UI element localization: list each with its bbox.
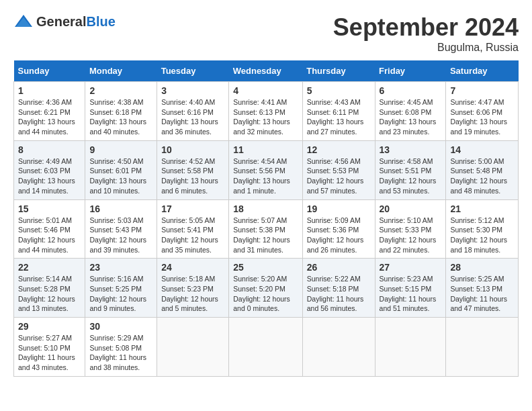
calendar-week-4: 22Sunrise: 5:14 AM Sunset: 5:28 PM Dayli… <box>14 259 519 318</box>
calendar-day: 12Sunrise: 4:56 AM Sunset: 5:53 PM Dayli… <box>302 140 375 199</box>
location-title: Bugulma, Russia <box>333 42 519 54</box>
day-info: Sunrise: 5:09 AM Sunset: 5:36 PM Dayligh… <box>307 216 371 255</box>
day-info: Sunrise: 4:36 AM Sunset: 6:21 PM Dayligh… <box>18 97 81 137</box>
day-info: Sunrise: 4:41 AM Sunset: 6:13 PM Dayligh… <box>233 97 298 137</box>
calendar-day: 21Sunrise: 5:12 AM Sunset: 5:30 PM Dayli… <box>446 199 519 259</box>
day-number: 20 <box>380 203 442 214</box>
day-info: Sunrise: 4:40 AM Sunset: 6:16 PM Dayligh… <box>161 97 224 137</box>
day-number: 12 <box>307 144 371 155</box>
calendar-week-5: 29Sunrise: 5:27 AM Sunset: 5:10 PM Dayli… <box>14 318 519 377</box>
day-info: Sunrise: 4:52 AM Sunset: 5:58 PM Dayligh… <box>161 156 224 196</box>
calendar-day: 22Sunrise: 5:14 AM Sunset: 5:28 PM Dayli… <box>14 259 85 318</box>
calendar-day: 14Sunrise: 5:00 AM Sunset: 5:48 PM Dayli… <box>446 140 519 199</box>
day-info: Sunrise: 4:56 AM Sunset: 5:53 PM Dayligh… <box>307 156 371 196</box>
day-info: Sunrise: 5:18 AM Sunset: 5:23 PM Dayligh… <box>161 274 224 314</box>
calendar-day <box>446 318 519 377</box>
day-info: Sunrise: 4:43 AM Sunset: 6:11 PM Dayligh… <box>307 97 371 137</box>
day-number: 13 <box>380 144 442 155</box>
calendar-day: 1Sunrise: 4:36 AM Sunset: 6:21 PM Daylig… <box>14 82 85 141</box>
calendar-day: 15Sunrise: 5:01 AM Sunset: 5:46 PM Dayli… <box>14 199 85 259</box>
calendar-day: 11Sunrise: 4:54 AM Sunset: 5:56 PM Dayli… <box>229 140 302 199</box>
day-number: 22 <box>18 262 81 273</box>
day-info: Sunrise: 5:25 AM Sunset: 5:13 PM Dayligh… <box>450 274 514 314</box>
day-number: 8 <box>18 144 81 155</box>
day-number: 15 <box>18 203 81 214</box>
col-wednesday: Wednesday <box>229 60 302 82</box>
logo-icon <box>13 13 34 30</box>
col-friday: Friday <box>375 60 446 82</box>
month-title: September 2024 <box>333 13 519 42</box>
title-block: September 2024 Bugulma, Russia <box>333 13 519 54</box>
day-number: 9 <box>89 144 152 155</box>
calendar-day: 29Sunrise: 5:27 AM Sunset: 5:10 PM Dayli… <box>14 318 85 377</box>
day-number: 5 <box>307 85 371 96</box>
day-number: 7 <box>450 85 514 96</box>
day-info: Sunrise: 4:54 AM Sunset: 5:56 PM Dayligh… <box>233 156 298 196</box>
day-number: 23 <box>89 262 152 273</box>
day-info: Sunrise: 5:14 AM Sunset: 5:28 PM Dayligh… <box>18 274 81 314</box>
day-info: Sunrise: 5:05 AM Sunset: 5:41 PM Dayligh… <box>161 216 224 255</box>
day-number: 30 <box>89 321 152 332</box>
calendar-day <box>157 318 229 377</box>
day-number: 29 <box>18 321 81 332</box>
day-number: 25 <box>233 262 298 273</box>
logo: GeneralBlue <box>13 13 116 30</box>
day-number: 19 <box>307 203 371 214</box>
calendar-day: 13Sunrise: 4:58 AM Sunset: 5:51 PM Dayli… <box>375 140 446 199</box>
page-header: GeneralBlue September 2024 Bugulma, Russ… <box>13 13 519 54</box>
calendar-day: 17Sunrise: 5:05 AM Sunset: 5:41 PM Dayli… <box>157 199 229 259</box>
day-number: 21 <box>450 203 514 214</box>
calendar-day: 25Sunrise: 5:20 AM Sunset: 5:20 PM Dayli… <box>229 259 302 318</box>
calendar-day: 5Sunrise: 4:43 AM Sunset: 6:11 PM Daylig… <box>302 82 375 141</box>
header-row: Sunday Monday Tuesday Wednesday Thursday… <box>14 60 519 82</box>
calendar-table: Sunday Monday Tuesday Wednesday Thursday… <box>13 60 519 377</box>
day-number: 24 <box>161 262 224 273</box>
calendar-day <box>229 318 302 377</box>
calendar-day: 3Sunrise: 4:40 AM Sunset: 6:16 PM Daylig… <box>157 82 229 141</box>
col-saturday: Saturday <box>446 60 519 82</box>
day-number: 18 <box>233 203 298 214</box>
calendar-day: 19Sunrise: 5:09 AM Sunset: 5:36 PM Dayli… <box>302 199 375 259</box>
day-info: Sunrise: 5:29 AM Sunset: 5:08 PM Dayligh… <box>89 333 152 373</box>
day-info: Sunrise: 4:47 AM Sunset: 6:06 PM Dayligh… <box>450 97 514 137</box>
day-info: Sunrise: 4:49 AM Sunset: 6:03 PM Dayligh… <box>18 156 81 196</box>
calendar-day: 10Sunrise: 4:52 AM Sunset: 5:58 PM Dayli… <box>157 140 229 199</box>
day-info: Sunrise: 4:58 AM Sunset: 5:51 PM Dayligh… <box>380 156 442 196</box>
day-info: Sunrise: 5:01 AM Sunset: 5:46 PM Dayligh… <box>18 216 81 255</box>
day-info: Sunrise: 5:00 AM Sunset: 5:48 PM Dayligh… <box>450 156 514 196</box>
calendar-day: 9Sunrise: 4:50 AM Sunset: 6:01 PM Daylig… <box>85 140 157 199</box>
day-info: Sunrise: 4:45 AM Sunset: 6:08 PM Dayligh… <box>380 97 442 137</box>
day-info: Sunrise: 5:10 AM Sunset: 5:33 PM Dayligh… <box>380 216 442 255</box>
calendar-day <box>302 318 375 377</box>
calendar-week-2: 8Sunrise: 4:49 AM Sunset: 6:03 PM Daylig… <box>14 140 519 199</box>
calendar-day: 24Sunrise: 5:18 AM Sunset: 5:23 PM Dayli… <box>157 259 229 318</box>
day-number: 16 <box>89 203 152 214</box>
calendar-day: 27Sunrise: 5:23 AM Sunset: 5:15 PM Dayli… <box>375 259 446 318</box>
day-info: Sunrise: 5:03 AM Sunset: 5:43 PM Dayligh… <box>89 216 152 255</box>
day-number: 4 <box>233 85 298 96</box>
day-number: 3 <box>161 85 224 96</box>
calendar-day: 7Sunrise: 4:47 AM Sunset: 6:06 PM Daylig… <box>446 82 519 141</box>
logo-blue: Blue <box>86 14 115 29</box>
calendar-day <box>375 318 446 377</box>
calendar-week-1: 1Sunrise: 4:36 AM Sunset: 6:21 PM Daylig… <box>14 82 519 141</box>
day-info: Sunrise: 5:22 AM Sunset: 5:18 PM Dayligh… <box>307 274 371 314</box>
calendar-day: 20Sunrise: 5:10 AM Sunset: 5:33 PM Dayli… <box>375 199 446 259</box>
day-number: 27 <box>380 262 442 273</box>
day-info: Sunrise: 5:23 AM Sunset: 5:15 PM Dayligh… <box>380 274 442 314</box>
day-number: 26 <box>307 262 371 273</box>
day-number: 10 <box>161 144 224 155</box>
calendar-day: 6Sunrise: 4:45 AM Sunset: 6:08 PM Daylig… <box>375 82 446 141</box>
calendar-day: 26Sunrise: 5:22 AM Sunset: 5:18 PM Dayli… <box>302 259 375 318</box>
day-info: Sunrise: 5:07 AM Sunset: 5:38 PM Dayligh… <box>233 216 298 255</box>
calendar-week-3: 15Sunrise: 5:01 AM Sunset: 5:46 PM Dayli… <box>14 199 519 259</box>
col-monday: Monday <box>85 60 157 82</box>
logo-general: General <box>36 14 86 29</box>
day-number: 28 <box>450 262 514 273</box>
day-number: 14 <box>450 144 514 155</box>
day-info: Sunrise: 5:27 AM Sunset: 5:10 PM Dayligh… <box>18 333 81 373</box>
logo-text: GeneralBlue <box>36 14 116 30</box>
day-number: 17 <box>161 203 224 214</box>
calendar-day: 4Sunrise: 4:41 AM Sunset: 6:13 PM Daylig… <box>229 82 302 141</box>
col-tuesday: Tuesday <box>157 60 229 82</box>
